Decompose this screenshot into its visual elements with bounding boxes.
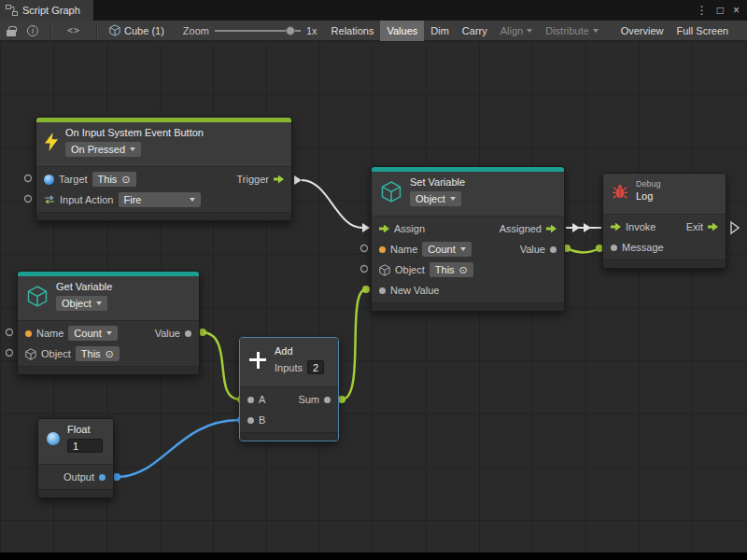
chevron-down-icon: [190, 198, 195, 202]
zoom-slider-knob[interactable]: [286, 26, 295, 35]
full-screen-button[interactable]: Full Screen: [670, 21, 736, 41]
node-float[interactable]: Float 1 Output: [37, 418, 114, 498]
tab-bar: Script Graph ⋮ □ ×: [0, 0, 747, 21]
variable-kind-dropdown[interactable]: Object: [56, 296, 107, 311]
object-picker[interactable]: This ⊙: [76, 346, 120, 361]
port-row-input-action: Input Action Fire: [36, 189, 291, 210]
value-port-icon[interactable]: [550, 246, 557, 253]
maximize-icon[interactable]: □: [717, 4, 724, 17]
wire-trigger-to-assign[interactable]: [302, 180, 362, 228]
float-value-field[interactable]: 1: [67, 439, 103, 453]
value-port-icon[interactable]: [185, 330, 191, 337]
node-header: Add Inputs 2: [240, 338, 338, 387]
relations-button[interactable]: Relations: [325, 21, 381, 41]
tab-script-graph[interactable]: Script Graph: [0, 0, 93, 21]
b-port-icon[interactable]: [247, 417, 254, 424]
exit-port-arrow[interactable]: [731, 222, 739, 233]
flow-port-icon[interactable]: [708, 223, 718, 231]
unconnected-port[interactable]: [361, 266, 368, 273]
graph-canvas[interactable]: On Input System Event Button On Pressed …: [0, 41, 747, 553]
carry-button[interactable]: Carry: [456, 21, 494, 41]
node-footer: [603, 259, 726, 268]
port-row-object: Object This ⊙: [18, 343, 199, 364]
flow-port-icon[interactable]: [274, 175, 284, 184]
string-port-icon[interactable]: [379, 246, 386, 253]
flow-port-icon[interactable]: [379, 225, 389, 233]
node-footer: [38, 489, 113, 497]
unconnected-port[interactable]: [25, 196, 32, 203]
value-port-label: Value: [520, 244, 545, 255]
node-header: Set Variable Object: [372, 172, 564, 217]
plus-icon: [248, 351, 267, 370]
unconnected-port[interactable]: [7, 329, 13, 336]
input-action-value: Fire: [124, 194, 142, 205]
cube-icon: [109, 24, 120, 36]
distribute-dropdown[interactable]: Distribute: [539, 21, 604, 41]
align-dropdown[interactable]: Align: [494, 21, 539, 41]
window-controls: ⋮ □ ×: [697, 0, 747, 21]
node-title: Log: [636, 190, 653, 203]
node-header: Get Variable Object: [18, 276, 199, 321]
trigger-port-label: Trigger: [237, 174, 269, 185]
target-object-picker[interactable]: This ⊙: [92, 172, 136, 187]
wire-getvalue-to-a[interactable]: [203, 332, 240, 399]
lock-icon[interactable]: [7, 30, 16, 36]
object-cube-icon: [25, 348, 36, 360]
zoom-slider[interactable]: [215, 24, 301, 37]
exit-port-label: Exit: [686, 221, 703, 232]
code-icon[interactable]: <>: [67, 25, 80, 35]
chevron-down-icon: [106, 331, 112, 335]
node-set-variable[interactable]: Set Variable Object Assign Assigned: [371, 166, 565, 312]
node-body: Invoke Exit Message: [603, 215, 726, 259]
node-on-input-event[interactable]: On Input System Event Button On Pressed …: [35, 117, 292, 221]
new-value-port-icon[interactable]: [379, 287, 386, 294]
node-debug-log[interactable]: Debug Log Invoke Exit Message: [602, 173, 726, 269]
input-action-dropdown[interactable]: Fire: [119, 192, 201, 207]
bottom-strip: [0, 553, 747, 560]
event-mode-dropdown[interactable]: On Pressed: [65, 142, 141, 157]
wire-float-to-b[interactable]: [117, 420, 240, 477]
node-add[interactable]: Add Inputs 2 A Sum B: [239, 337, 339, 441]
info-icon[interactable]: i: [27, 25, 38, 36]
a-port-icon[interactable]: [247, 397, 254, 403]
port-row-target: Target This ⊙ Trigger: [36, 169, 291, 189]
name-port-label: Name: [36, 328, 63, 339]
wire-endpoint: [338, 396, 345, 403]
variable-name-dropdown[interactable]: Count: [422, 242, 471, 257]
node-get-variable[interactable]: Get Variable Object Name Count V: [17, 271, 200, 375]
menu-icon[interactable]: ⋮: [697, 4, 708, 17]
message-port-icon[interactable]: [611, 245, 617, 251]
object-picker[interactable]: This ⊙: [430, 262, 473, 277]
node-title: Get Variable: [56, 281, 112, 293]
values-button[interactable]: Values: [380, 21, 424, 41]
chevron-down-icon: [527, 29, 532, 33]
unconnected-port[interactable]: [25, 175, 32, 182]
lightning-icon: [45, 133, 58, 151]
flow-port-icon[interactable]: [546, 225, 557, 233]
port-row-name: Name Count Value: [18, 323, 199, 343]
zoom-label: Zoom: [183, 25, 209, 36]
sum-port-icon[interactable]: [324, 397, 331, 403]
graph-toolbar: i <> Cube (1) Zoom 1x Relations Values D…: [0, 21, 747, 41]
wire-value-to-message[interactable]: [567, 248, 599, 253]
variable-name-dropdown[interactable]: Count: [68, 326, 117, 341]
output-port-icon[interactable]: [99, 474, 106, 481]
b-port-label: B: [259, 414, 265, 426]
inputs-count-field[interactable]: 2: [307, 360, 324, 374]
wire-sum-to-newvalue[interactable]: [342, 289, 366, 399]
flow-port-icon[interactable]: [611, 223, 621, 231]
dim-button[interactable]: Dim: [424, 21, 456, 41]
variable-cube-icon: [380, 180, 402, 203]
string-port-icon[interactable]: [25, 330, 32, 337]
sum-port-label: Sum: [298, 394, 319, 405]
close-icon[interactable]: ×: [733, 4, 740, 17]
overview-button[interactable]: Overview: [614, 21, 670, 41]
port-row-a: A Sum: [240, 389, 338, 410]
unconnected-port[interactable]: [361, 245, 368, 252]
unconnected-port[interactable]: [7, 350, 13, 357]
graph-target-picker[interactable]: Cube (1): [104, 24, 170, 36]
variable-cube-icon: [26, 285, 49, 308]
node-category: Debug: [636, 179, 661, 189]
variable-kind-dropdown[interactable]: Object: [410, 191, 461, 206]
object-picker-value: This: [435, 264, 455, 275]
